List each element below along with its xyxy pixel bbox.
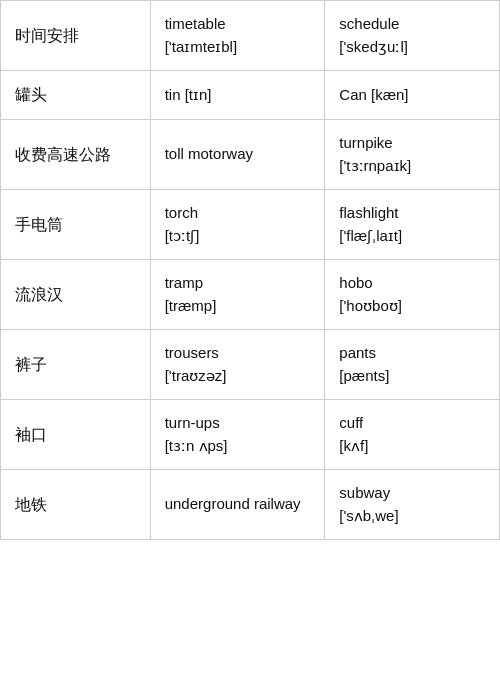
american-english-cell: Can [kæn] — [325, 71, 500, 120]
table-row: 袖口turn-ups[tɜːn ʌps]cuff[kʌf] — [1, 400, 500, 470]
table-row: 手电筒torch[tɔːtʃ]flashlight['flæʃˌlaɪt] — [1, 190, 500, 260]
chinese-cell: 罐头 — [1, 71, 151, 120]
chinese-cell: 收费高速公路 — [1, 120, 151, 190]
vocabulary-table: 时间安排timetable['taɪmteɪbl]schedule['skedʒ… — [0, 0, 500, 540]
british-english-cell: torch[tɔːtʃ] — [150, 190, 325, 260]
chinese-cell: 袖口 — [1, 400, 151, 470]
british-english-cell: timetable['taɪmteɪbl] — [150, 1, 325, 71]
british-english-cell: tin [tɪn] — [150, 71, 325, 120]
american-english-cell: schedule['skedʒuːl] — [325, 1, 500, 71]
table-row: 地铁underground railwaysubway['sʌbˌwe] — [1, 470, 500, 540]
british-english-cell: tramp[træmp] — [150, 260, 325, 330]
table-row: 裤子trousers['traʊzəz]pants[pænts] — [1, 330, 500, 400]
table-row: 收费高速公路toll motorwayturnpike['tɜːrnpaɪk] — [1, 120, 500, 190]
american-english-cell: turnpike['tɜːrnpaɪk] — [325, 120, 500, 190]
british-english-cell: turn-ups[tɜːn ʌps] — [150, 400, 325, 470]
table-row: 罐头tin [tɪn]Can [kæn] — [1, 71, 500, 120]
american-english-cell: subway['sʌbˌwe] — [325, 470, 500, 540]
american-english-cell: hobo['hoʊboʊ] — [325, 260, 500, 330]
british-english-cell: toll motorway — [150, 120, 325, 190]
chinese-cell: 时间安排 — [1, 1, 151, 71]
british-english-cell: underground railway — [150, 470, 325, 540]
table-row: 流浪汉tramp[træmp]hobo['hoʊboʊ] — [1, 260, 500, 330]
american-english-cell: cuff[kʌf] — [325, 400, 500, 470]
chinese-cell: 裤子 — [1, 330, 151, 400]
american-english-cell: pants[pænts] — [325, 330, 500, 400]
british-english-cell: trousers['traʊzəz] — [150, 330, 325, 400]
table-row: 时间安排timetable['taɪmteɪbl]schedule['skedʒ… — [1, 1, 500, 71]
chinese-cell: 流浪汉 — [1, 260, 151, 330]
american-english-cell: flashlight['flæʃˌlaɪt] — [325, 190, 500, 260]
chinese-cell: 地铁 — [1, 470, 151, 540]
chinese-cell: 手电筒 — [1, 190, 151, 260]
